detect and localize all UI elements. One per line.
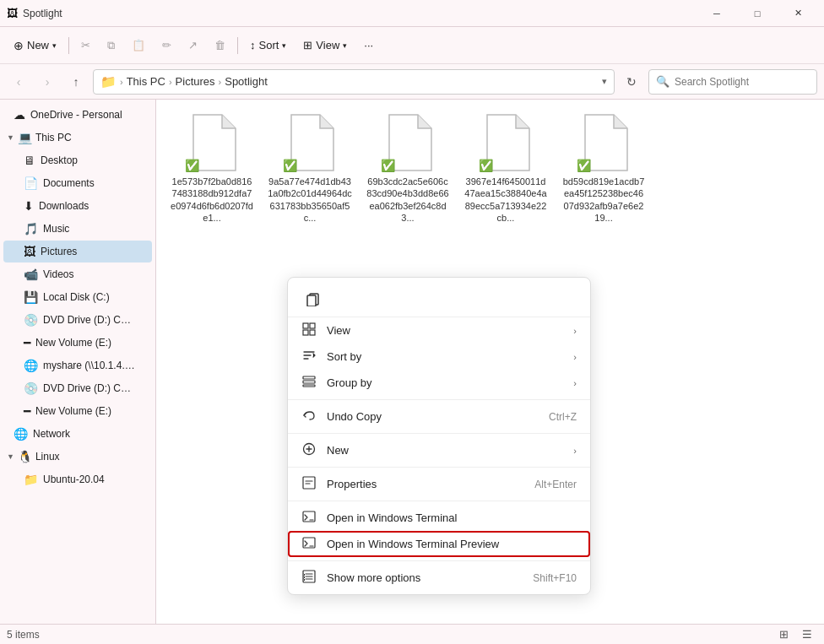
sidebar-item-linux[interactable]: ▼ 🐧 Linux (3, 446, 152, 468)
breadcrumb-thispc[interactable]: This PC (127, 75, 165, 88)
moreoptions-icon (301, 570, 317, 586)
list-view-button[interactable]: ☰ (797, 626, 817, 643)
file-checkmark: ✅ (185, 159, 199, 172)
chevron-down-icon: ▼ (7, 133, 14, 142)
ctx-moreoptions-item[interactable]: Show more options Shift+F10 (288, 565, 590, 591)
file-name: 1e573b7f2ba0d8167483188db912dfa7e0974d6f… (170, 176, 254, 224)
ctx-clipboard-button[interactable] (298, 286, 328, 311)
sidebar-item-documents[interactable]: 📄 Documents (3, 172, 152, 194)
copy-button[interactable]: ⧉ (100, 32, 122, 59)
sortby-icon (301, 349, 317, 365)
refresh-button[interactable]: ↻ (620, 70, 643, 94)
file-item[interactable]: ✅ 69b3cdc2ac5e606c83cd90e4b3dd8e66ea062f… (366, 113, 450, 224)
paste-icon: 📋 (132, 39, 145, 51)
toolbar: ⊕ New ▾ ✂ ⧉ 📋 ✏ ↗ 🗑 ↕ Sort ▾ ⊞ View ▾ ··… (0, 27, 824, 64)
svg-rect-3 (310, 323, 315, 328)
more-button[interactable]: ··· (357, 32, 380, 59)
network-icon: 🌐 (14, 427, 28, 441)
file-icon: ✅ (382, 113, 433, 172)
share-icon: ↗ (188, 39, 198, 51)
pictures-icon: 🖼 (24, 245, 35, 258)
up-button[interactable]: ↑ (64, 70, 88, 94)
file-item[interactable]: ✅ 9a5a77e474d1db431a0fb2c01d44964dc63178… (268, 113, 352, 224)
breadcrumb-pictures[interactable]: Pictures (176, 75, 215, 88)
new-button[interactable]: ⊕ New ▾ (7, 32, 63, 59)
ctx-undocopy-item[interactable]: Undo Copy Ctrl+Z (288, 403, 590, 430)
sidebar-item-newvole[interactable]: ━ New Volume (E:) (3, 332, 152, 354)
new-icon: ⊕ (14, 39, 24, 52)
ctx-sortby-item[interactable]: Sort by › (288, 344, 590, 370)
search-icon: 🔍 (656, 75, 670, 88)
sidebar-item-myshare[interactable]: 🌐 myshare (\\10.1.4.173) ( (3, 354, 152, 376)
breadcrumb[interactable]: 📁 › This PC › Pictures › Spotlight ▾ (93, 69, 615, 95)
file-checkmark: ✅ (381, 159, 395, 172)
sidebar-item-pictures[interactable]: 🖼 Pictures (3, 241, 152, 262)
sidebar-item-music[interactable]: 🎵 Music (3, 218, 152, 240)
copy-icon: ⧉ (107, 39, 115, 52)
delete-button[interactable]: 🗑 (208, 32, 232, 59)
main-container: ☁ OneDrive - Personal ▼ 💻 This PC 🖥 Desk… (0, 100, 824, 624)
sort-button[interactable]: ↕ Sort ▾ (243, 32, 293, 59)
minimize-button[interactable]: ─ (697, 0, 736, 27)
file-name: 9a5a77e474d1db431a0fb2c01d44964dc631783b… (268, 176, 352, 224)
forward-button[interactable]: › (35, 70, 59, 94)
sidebar-item-localdisk[interactable]: 💾 Local Disk (C:) (3, 286, 152, 308)
view-button[interactable]: ⊞ View ▾ (296, 32, 354, 59)
file-name: 69b3cdc2ac5e606c83cd90e4b3dd8e66ea062fb3… (366, 176, 450, 224)
videos-icon: 📹 (24, 268, 38, 281)
sidebar-item-newvole2[interactable]: ━ New Volume (E:) (3, 400, 152, 422)
newvol2-icon: ━ (24, 404, 30, 418)
file-icon: ✅ (285, 113, 335, 172)
sidebar-item-desktop[interactable]: 🖥 Desktop (3, 149, 152, 171)
maximize-button[interactable]: □ (738, 0, 777, 27)
properties-icon (301, 476, 317, 492)
search-box[interactable]: 🔍 (648, 69, 817, 95)
file-item[interactable]: ✅ 3967e14f6450011d47aea15c38840e4a89ecc5… (464, 113, 548, 224)
view-icon: ⊞ (303, 39, 312, 51)
sidebar-item-dvdd[interactable]: 💿 DVD Drive (D:) CCCOM. (3, 309, 152, 331)
window-title: Spotlight (23, 8, 697, 19)
sidebar-item-network[interactable]: 🌐 Network (3, 423, 152, 445)
file-icon: ✅ (480, 113, 531, 172)
newvol-icon: ━ (24, 336, 30, 349)
ctx-sep3 (288, 467, 590, 468)
share-button[interactable]: ↗ (182, 32, 204, 59)
sidebar-item-downloads[interactable]: ⬇ Downloads (3, 195, 152, 217)
sidebar-item-ubuntu[interactable]: 📁 Ubuntu-20.04 (3, 468, 152, 490)
status-bar: 5 items ⊞ ☰ (0, 624, 824, 644)
paste-button[interactable]: 📋 (125, 32, 152, 59)
ctx-terminal-item[interactable]: Open in Windows Terminal (288, 505, 590, 531)
groupby-icon (301, 375, 317, 391)
file-item[interactable]: ✅ 1e573b7f2ba0d8167483188db912dfa7e0974d… (170, 113, 254, 224)
sidebar-item-onedrive[interactable]: ☁ OneDrive - Personal (3, 104, 152, 126)
sidebar-item-thispc[interactable]: ▼ 💻 This PC (3, 127, 152, 149)
context-menu-icons (288, 281, 590, 317)
ctx-sep5 (288, 560, 590, 561)
myshare-icon: 🌐 (24, 359, 38, 372)
close-button[interactable]: ✕ (778, 0, 817, 27)
music-icon: 🎵 (24, 222, 38, 235)
grid-view-button[interactable]: ⊞ (773, 626, 794, 643)
breadcrumb-spotlight[interactable]: Spotlight (225, 75, 268, 88)
item-count: 5 items (7, 629, 40, 641)
file-name: bd59cd819e1acdb7ea45f125238bec4607d932af… (561, 176, 646, 224)
rename-button[interactable]: ✏ (155, 32, 178, 59)
sidebar-item-videos[interactable]: 📹 Videos (3, 263, 152, 285)
cut-button[interactable]: ✂ (74, 32, 97, 59)
file-item[interactable]: ✅ bd59cd819e1acdb7ea45f125238bec4607d932… (561, 113, 646, 224)
ctx-terminal-preview-item[interactable]: Open in Windows Terminal Preview (288, 531, 590, 557)
toolbar-sep1 (68, 37, 69, 54)
back-button[interactable]: ‹ (7, 70, 30, 94)
sidebar-item-dvdd2[interactable]: 💿 DVD Drive (D:) CCCOMA. (3, 377, 152, 399)
toolbar-sep2 (237, 37, 238, 54)
ctx-properties-item[interactable]: Properties Alt+Enter (288, 471, 590, 497)
onedrive-icon: ☁ (14, 108, 25, 122)
search-input[interactable] (675, 76, 810, 88)
file-checkmark: ✅ (479, 159, 493, 172)
arrow-icon: › (573, 446, 577, 456)
sort-icon: ↕ (250, 39, 256, 51)
ctx-view-item[interactable]: View › (288, 317, 590, 344)
ctx-groupby-item[interactable]: Group by › (288, 370, 590, 396)
breadcrumb-dropdown[interactable]: ▾ (602, 76, 607, 87)
ctx-new-item[interactable]: New › (288, 437, 590, 463)
